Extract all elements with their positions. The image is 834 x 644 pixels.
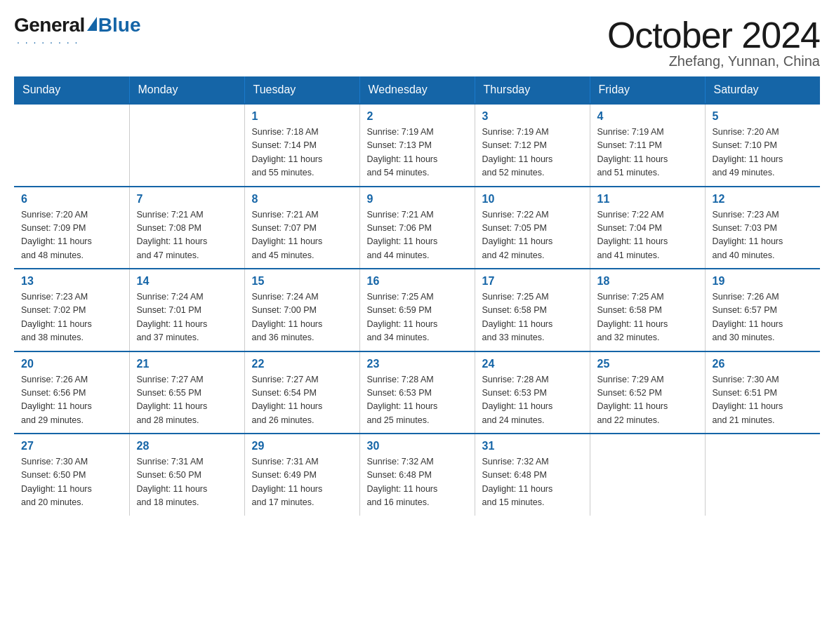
calendar-cell: 6Sunrise: 7:20 AMSunset: 7:09 PMDaylight… [14,187,129,269]
logo-triangle-icon [87,17,97,31]
day-info: Sunrise: 7:30 AMSunset: 6:50 PMDaylight:… [21,455,122,510]
day-number: 18 [597,275,698,288]
day-number: 15 [252,275,352,288]
day-number: 30 [367,440,468,452]
logo-general-text: General [14,14,85,36]
calendar-cell: 24Sunrise: 7:28 AMSunset: 6:53 PMDayligh… [475,351,590,434]
day-info: Sunrise: 7:19 AMSunset: 7:11 PMDaylight:… [597,126,698,180]
calendar-cell: 2Sunrise: 7:19 AMSunset: 7:13 PMDaylight… [359,104,475,187]
calendar-cell: 27Sunrise: 7:30 AMSunset: 6:50 PMDayligh… [14,434,129,516]
day-info: Sunrise: 7:27 AMSunset: 6:55 PMDaylight:… [137,373,237,428]
day-info: Sunrise: 7:28 AMSunset: 6:53 PMDaylight:… [482,373,583,428]
day-number: 27 [21,440,122,452]
day-number: 7 [137,193,237,206]
title-section: October 2024 Zhefang, Yunnan, China [607,14,820,69]
calendar-cell: 11Sunrise: 7:22 AMSunset: 7:04 PMDayligh… [590,187,705,269]
day-number: 12 [713,193,814,206]
calendar-cell [14,104,129,187]
day-number: 22 [252,358,352,370]
day-info: Sunrise: 7:26 AMSunset: 6:56 PMDaylight:… [21,373,122,428]
calendar-cell: 10Sunrise: 7:22 AMSunset: 7:05 PMDayligh… [475,187,590,269]
calendar-week-row: 1Sunrise: 7:18 AMSunset: 7:14 PMDaylight… [14,104,820,187]
day-info: Sunrise: 7:24 AMSunset: 7:01 PMDaylight:… [137,290,237,345]
day-info: Sunrise: 7:24 AMSunset: 7:00 PMDaylight:… [252,290,352,345]
calendar-cell [129,104,244,187]
day-number: 26 [713,358,814,370]
day-number: 17 [482,275,583,288]
day-number: 31 [482,440,583,452]
calendar-cell: 26Sunrise: 7:30 AMSunset: 6:51 PMDayligh… [705,351,820,434]
day-info: Sunrise: 7:21 AMSunset: 7:06 PMDaylight:… [367,208,468,263]
calendar-cell: 21Sunrise: 7:27 AMSunset: 6:55 PMDayligh… [129,351,244,434]
day-number: 3 [482,110,583,123]
calendar-cell: 23Sunrise: 7:28 AMSunset: 6:53 PMDayligh… [359,351,475,434]
day-info: Sunrise: 7:31 AMSunset: 6:50 PMDaylight:… [137,455,237,510]
calendar-cell: 30Sunrise: 7:32 AMSunset: 6:48 PMDayligh… [359,434,475,516]
calendar-cell: 29Sunrise: 7:31 AMSunset: 6:49 PMDayligh… [244,434,359,516]
day-number: 4 [597,110,698,123]
day-number: 25 [597,358,698,370]
day-info: Sunrise: 7:19 AMSunset: 7:12 PMDaylight:… [482,126,583,180]
month-title: October 2024 [607,14,820,56]
day-info: Sunrise: 7:21 AMSunset: 7:08 PMDaylight:… [137,208,237,263]
calendar-cell: 4Sunrise: 7:19 AMSunset: 7:11 PMDaylight… [590,104,705,187]
day-number: 14 [137,275,237,288]
calendar-table: SundayMondayTuesdayWednesdayThursdayFrid… [14,76,820,516]
calendar-cell: 18Sunrise: 7:25 AMSunset: 6:58 PMDayligh… [590,269,705,351]
day-info: Sunrise: 7:32 AMSunset: 6:48 PMDaylight:… [367,455,468,510]
day-number: 5 [713,110,814,123]
calendar-cell: 12Sunrise: 7:23 AMSunset: 7:03 PMDayligh… [705,187,820,269]
day-number: 19 [713,275,814,288]
day-number: 20 [21,358,122,370]
day-info: Sunrise: 7:23 AMSunset: 7:02 PMDaylight:… [21,290,122,345]
day-info: Sunrise: 7:21 AMSunset: 7:07 PMDaylight:… [252,208,352,263]
calendar-cell [590,434,705,516]
weekday-header-saturday: Saturday [705,76,820,104]
calendar-cell: 22Sunrise: 7:27 AMSunset: 6:54 PMDayligh… [244,351,359,434]
day-info: Sunrise: 7:25 AMSunset: 6:58 PMDaylight:… [482,290,583,345]
day-info: Sunrise: 7:26 AMSunset: 6:57 PMDaylight:… [713,290,814,345]
day-info: Sunrise: 7:19 AMSunset: 7:13 PMDaylight:… [367,126,468,180]
day-info: Sunrise: 7:25 AMSunset: 6:59 PMDaylight:… [367,290,468,345]
calendar-cell: 3Sunrise: 7:19 AMSunset: 7:12 PMDaylight… [475,104,590,187]
calendar-cell: 20Sunrise: 7:26 AMSunset: 6:56 PMDayligh… [14,351,129,434]
calendar-cell: 7Sunrise: 7:21 AMSunset: 7:08 PMDaylight… [129,187,244,269]
day-number: 28 [137,440,237,452]
day-info: Sunrise: 7:23 AMSunset: 7:03 PMDaylight:… [713,208,814,263]
day-info: Sunrise: 7:25 AMSunset: 6:58 PMDaylight:… [597,290,698,345]
calendar-cell: 1Sunrise: 7:18 AMSunset: 7:14 PMDaylight… [244,104,359,187]
day-number: 24 [482,358,583,370]
day-number: 16 [367,275,468,288]
calendar-week-row: 20Sunrise: 7:26 AMSunset: 6:56 PMDayligh… [14,351,820,434]
calendar-week-row: 27Sunrise: 7:30 AMSunset: 6:50 PMDayligh… [14,434,820,516]
weekday-header-thursday: Thursday [475,76,590,104]
day-info: Sunrise: 7:31 AMSunset: 6:49 PMDaylight:… [252,455,352,510]
day-number: 21 [137,358,237,370]
calendar-cell: 31Sunrise: 7:32 AMSunset: 6:48 PMDayligh… [475,434,590,516]
calendar-week-row: 6Sunrise: 7:20 AMSunset: 7:09 PMDaylight… [14,187,820,269]
weekday-header-tuesday: Tuesday [244,76,359,104]
weekday-header-wednesday: Wednesday [359,76,475,104]
day-number: 6 [21,193,122,206]
logo-blue-text: Blue [98,14,141,36]
day-info: Sunrise: 7:29 AMSunset: 6:52 PMDaylight:… [597,373,698,428]
page-header: General Blue · · · · · · · · October 202… [14,14,820,69]
calendar-cell: 17Sunrise: 7:25 AMSunset: 6:58 PMDayligh… [475,269,590,351]
day-number: 2 [367,110,468,123]
day-info: Sunrise: 7:18 AMSunset: 7:14 PMDaylight:… [252,126,352,180]
calendar-cell: 9Sunrise: 7:21 AMSunset: 7:06 PMDaylight… [359,187,475,269]
calendar-cell: 28Sunrise: 7:31 AMSunset: 6:50 PMDayligh… [129,434,244,516]
day-info: Sunrise: 7:20 AMSunset: 7:10 PMDaylight:… [713,126,814,180]
day-info: Sunrise: 7:27 AMSunset: 6:54 PMDaylight:… [252,373,352,428]
day-number: 23 [367,358,468,370]
calendar-header-row: SundayMondayTuesdayWednesdayThursdayFrid… [14,76,820,104]
logo: General Blue · · · · · · · · [14,14,140,48]
day-number: 13 [21,275,122,288]
calendar-cell: 14Sunrise: 7:24 AMSunset: 7:01 PMDayligh… [129,269,244,351]
day-info: Sunrise: 7:32 AMSunset: 6:48 PMDaylight:… [482,455,583,510]
calendar-cell [705,434,820,516]
day-number: 1 [252,110,352,123]
day-info: Sunrise: 7:20 AMSunset: 7:09 PMDaylight:… [21,208,122,263]
weekday-header-friday: Friday [590,76,705,104]
day-info: Sunrise: 7:28 AMSunset: 6:53 PMDaylight:… [367,373,468,428]
